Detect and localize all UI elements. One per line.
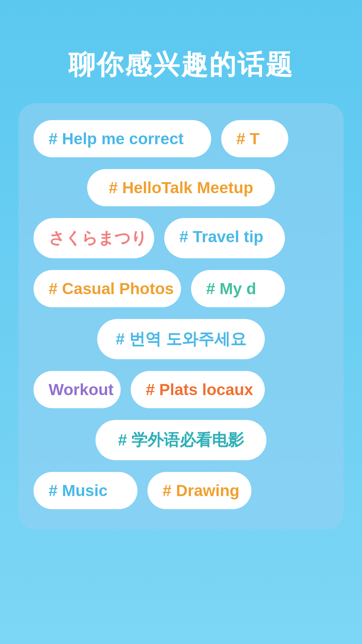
tag-workout[interactable]: Workout [34,371,121,408]
tag-movie-language[interactable]: # 学外语必看电影 [96,420,266,460]
tag-drawing[interactable]: # Drawing [147,472,251,509]
tags-row-6: Workout # Plats locaux [34,371,328,408]
tags-card: # Help me correct # T # HelloTalk Meetup… [18,103,344,529]
tag-help-me-correct[interactable]: # Help me correct [34,120,211,157]
tags-row-5: # 번역 도와주세요 [34,319,328,359]
tag-partial-1[interactable]: # T [221,120,288,157]
page-header: 聊你感兴趣的话题 [0,0,362,103]
tags-row-8: # Music # Drawing [34,472,328,509]
tags-row-1: # Help me correct # T [34,120,328,157]
tag-hellotalk-meetup[interactable]: # HelloTalk Meetup [87,169,275,206]
tags-row-3: さくらまつり # Travel tip [34,218,328,258]
tag-sakura-matsuri[interactable]: さくらまつり [34,218,154,258]
tags-row-4: # Casual Photos # My d [34,270,328,307]
tag-my-d[interactable]: # My d [191,270,285,307]
tag-music[interactable]: # Music [34,472,137,509]
tags-row-7: # 学外语必看电影 [34,420,328,460]
page-title: 聊你感兴趣的话题 [0,47,362,83]
tag-plats-locaux[interactable]: # Plats locaux [131,371,265,408]
tags-row-2: # HelloTalk Meetup [34,169,328,206]
tag-travel-tip[interactable]: # Travel tip [164,218,285,258]
tag-casual-photos[interactable]: # Casual Photos [34,270,181,307]
tag-banyeok[interactable]: # 번역 도와주세요 [97,319,265,359]
